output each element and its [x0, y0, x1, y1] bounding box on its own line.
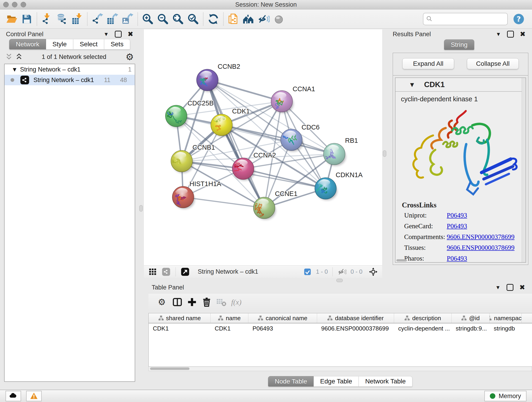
table-cell[interactable]: 9606.ENSP00000378699 [317, 323, 394, 333]
table-cell[interactable]: CDK1 [149, 323, 210, 333]
control-panel-maximize-button[interactable] [115, 31, 122, 38]
crosslink-link[interactable]: P06493 [447, 222, 467, 230]
table-panel-close-button[interactable]: ✖ [519, 284, 525, 291]
node-CDKN1A[interactable] [315, 178, 337, 200]
edge-HIST1H1A-CCNE1[interactable] [183, 197, 264, 208]
tab-network[interactable]: Network [9, 39, 46, 50]
home-button[interactable] [241, 12, 256, 26]
table-settings-button[interactable]: ⚙ [155, 295, 170, 309]
node-CDC6[interactable] [279, 129, 303, 152]
node-CDC25B[interactable] [165, 105, 188, 128]
column-header-name[interactable]: name [210, 313, 248, 323]
share-document-button[interactable] [226, 12, 241, 26]
show-graphics-button[interactable] [271, 12, 286, 26]
zoom-fit-button[interactable] [171, 12, 186, 26]
node-CCNA1[interactable] [271, 90, 293, 116]
table-cell[interactable]: stringdb:9... [452, 323, 490, 333]
export-table-button[interactable] [105, 12, 120, 26]
results-horizontal-scrollbar[interactable] [396, 259, 407, 262]
save-session-button[interactable] [19, 12, 34, 26]
table-horizontal-scrollbar[interactable] [148, 367, 532, 371]
collapse-all-button[interactable]: Collapse All [467, 58, 519, 69]
cloud-button[interactable] [6, 391, 21, 401]
column-header-description[interactable]: description [394, 313, 452, 323]
column-header-shared-name[interactable]: shared name [149, 313, 210, 323]
export-image-button[interactable] [120, 12, 135, 26]
tab-sets[interactable]: Sets [104, 39, 130, 50]
collection-expand-icon[interactable]: ▼ [13, 67, 16, 72]
results-panel-float-button[interactable]: ▼ [496, 32, 501, 37]
network-share-icon[interactable] [161, 267, 171, 277]
table-cell[interactable]: stringdb [490, 323, 522, 333]
table-row[interactable]: CDK1CDK1P064939606.ENSP00000378699cyclin… [149, 323, 532, 333]
column-header-@id[interactable]: @id [452, 313, 490, 323]
control-panel-close-button[interactable]: ✖ [128, 31, 133, 38]
import-table-button[interactable] [70, 12, 85, 26]
results-panel-close-button[interactable]: ✖ [520, 31, 526, 38]
tab-style[interactable]: Style [46, 39, 73, 50]
expand-all-networks-icon[interactable] [16, 53, 22, 61]
toolbar-separator [223, 12, 224, 26]
export-network-button[interactable] [90, 12, 105, 26]
right-splitter-handle[interactable] [383, 150, 386, 157]
node-CDK1[interactable] [211, 114, 233, 137]
network-view-canvas[interactable]: CCNB2CCNA1CDC25BCDK1CDC6RB1CCNB1CCNA2CDK… [144, 29, 382, 265]
network-current-dot [11, 78, 14, 82]
open-session-button[interactable] [4, 12, 19, 26]
open-external-icon[interactable] [180, 267, 190, 277]
crosslink-link[interactable]: P06493 [447, 211, 467, 219]
node-HIST1H1A[interactable] [172, 186, 195, 209]
help-button[interactable]: ? [513, 13, 525, 25]
selected-checkbox-icon[interactable] [302, 267, 313, 277]
results-panel-maximize-button[interactable] [507, 31, 514, 38]
birds-eye-view-icon[interactable] [147, 267, 158, 277]
hide-selected-button[interactable] [256, 12, 271, 26]
network-row[interactable]: String Network – cdk1 11 48 [5, 75, 135, 85]
import-network-database-button[interactable] [55, 12, 70, 26]
collapse-all-networks-icon[interactable] [6, 53, 12, 61]
tab-select[interactable]: Select [73, 39, 104, 50]
table-cell[interactable]: P06493 [248, 323, 317, 333]
node-card-collapse-icon[interactable]: ▼ [410, 82, 414, 88]
import-network-file-button[interactable] [39, 12, 55, 26]
table-columns-button[interactable] [170, 295, 185, 309]
expand-all-button[interactable]: Expand All [402, 58, 454, 69]
results-vertical-scrollbar[interactable] [522, 78, 526, 262]
node-CCNE1[interactable] [253, 197, 276, 220]
node-CCNB1[interactable] [169, 150, 193, 173]
tab-edge-table[interactable]: Edge Table [314, 376, 359, 387]
tab-network-table[interactable]: Network Table [359, 376, 412, 387]
fit-selected-target-icon[interactable] [368, 267, 379, 277]
crosslink-row: Uniprot:P06493 [402, 211, 526, 219]
zoom-selected-button[interactable] [186, 12, 201, 26]
column-header-canonical-name[interactable]: canonical name [248, 313, 317, 323]
crosslink-link[interactable]: 9606.ENSP00000378699 [447, 244, 515, 251]
memory-button[interactable]: Memory [484, 391, 526, 401]
table-panel-float-button[interactable]: ▼ [495, 285, 500, 290]
column-header-namespace[interactable]: namespace [490, 313, 522, 323]
table-cell[interactable]: cyclin-dependent ... [394, 323, 452, 333]
refresh-button[interactable] [206, 12, 221, 26]
table-delete-button[interactable] [199, 295, 214, 309]
table-add-button[interactable] [185, 295, 199, 309]
tab-string[interactable]: String [444, 39, 474, 50]
network-options-gear-icon[interactable]: ⚙ [126, 52, 134, 61]
table-scrollbar-thumb[interactable] [150, 367, 190, 370]
crosslink-link[interactable]: P06493 [447, 255, 467, 262]
hidden-eye-slash-icon[interactable] [337, 267, 347, 277]
node-RB1[interactable] [323, 143, 346, 166]
zoom-in-button[interactable] [140, 12, 155, 26]
table-cell[interactable]: CDK1 [210, 323, 248, 333]
column-header-database-identifier[interactable]: database identifier [317, 313, 394, 323]
control-panel-float-button[interactable]: ▼ [104, 32, 109, 37]
left-splitter-handle[interactable] [139, 205, 143, 211]
table-panel-maximize-button[interactable] [507, 284, 513, 291]
edge-CCNB2-CCNE1[interactable] [207, 80, 264, 208]
crosslink-link[interactable]: 9606.ENSP00000378699 [447, 233, 515, 241]
search-input[interactable] [433, 15, 511, 23]
network-collection-row[interactable]: ▼ String Network – cdk1 1 [5, 64, 135, 75]
bottom-splitter-handle[interactable] [336, 279, 343, 282]
tab-node-table[interactable]: Node Table [268, 376, 314, 387]
zoom-out-button[interactable] [155, 12, 171, 26]
warning-button[interactable] [26, 391, 42, 401]
